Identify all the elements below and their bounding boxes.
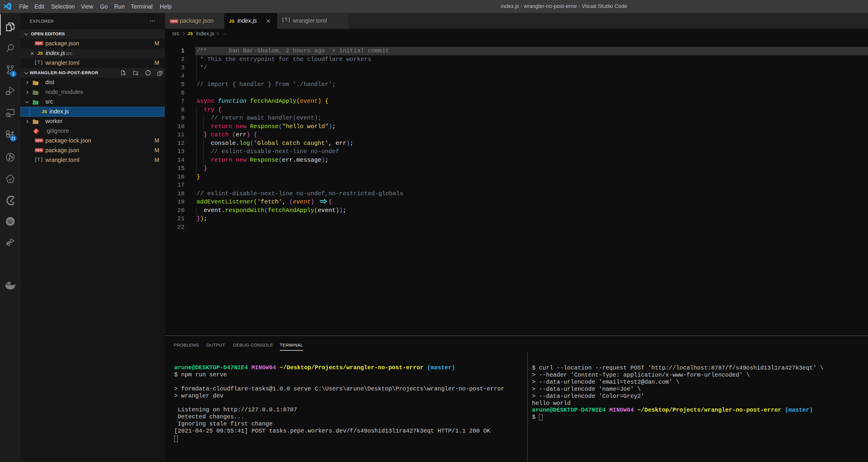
svg-text:JS: JS <box>36 92 38 94</box>
